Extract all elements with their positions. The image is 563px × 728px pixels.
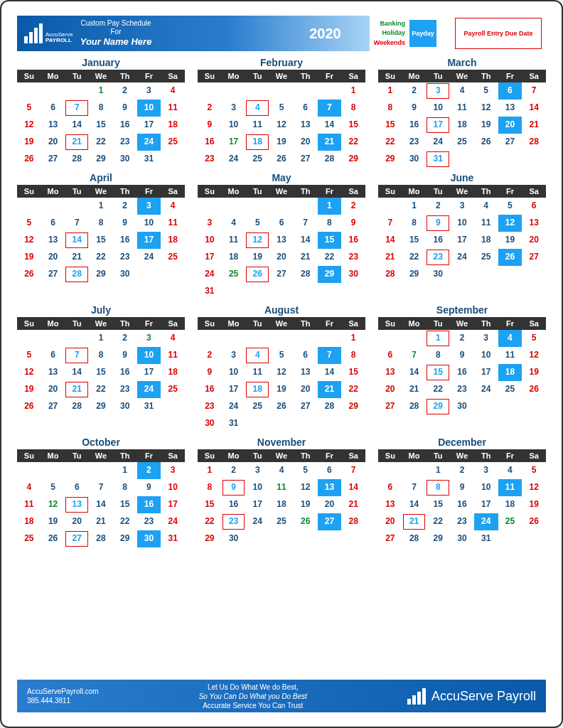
day-cell: 2 [198,347,222,364]
day-cell: 7 [318,100,342,117]
month-body: 1234567891011121314151617181920212223242… [378,198,546,283]
day-cell: 6 [41,215,65,232]
day-cell: 28 [318,151,342,168]
month-title: October [17,437,185,448]
day-cell: 4 [269,462,294,479]
month-body: 1234567891011121314151617181920212223242… [17,82,185,168]
day-cell: 25 [17,530,41,547]
day-cell: 4 [161,198,185,215]
day-cell: 30 [113,398,137,415]
logo-icon: AccuServePAYROLL [24,23,73,43]
month-title: April [17,172,185,183]
day-cell: 6 [41,347,65,364]
day-cell: 20 [498,117,522,134]
day-cell: 18 [17,513,41,530]
day-cell: 5 [17,100,41,117]
month-june: JuneSuMoTuWeThFrSa1234567891011121314151… [378,172,546,300]
day-cell: 2 [137,462,161,479]
day-cell: 10 [137,100,161,117]
day-cell: 16 [198,134,222,151]
day-cell: 11 [498,479,522,496]
month-title: May [198,172,365,183]
day-cell: 14 [341,479,365,496]
day-cell: 5 [294,462,318,479]
day-cell: 3 [198,215,222,232]
day-cell: 22 [89,249,113,266]
day-cell: 28 [318,398,342,415]
day-cell: 19 [522,364,546,381]
day-cell: 23 [137,513,161,530]
legend-holiday: BankingHoliday [374,19,405,38]
day-cell: 3 [137,330,161,347]
day-cell: 14 [402,496,427,513]
day-cell: 11 [161,347,185,364]
day-cell: 26 [17,398,41,415]
day-cell: 24 [426,134,450,151]
day-cell: 7 [522,82,546,100]
month-body: 1234567891011121314151617181920212223242… [378,462,546,547]
day-cell: 22 [198,513,222,530]
day-cell: 12 [522,479,546,496]
day-cell: 9 [450,347,474,364]
day-cell: 7 [402,479,427,496]
day-cell: 31 [161,530,185,547]
day-cell: 29 [426,530,450,547]
day-cell: 21 [402,513,427,530]
day-cell: 28 [378,266,402,283]
day-cell: 30 [450,530,474,547]
day-cell: 12 [269,117,294,134]
day-cell: 25 [269,513,294,530]
day-cell: 5 [474,82,498,100]
day-cell: 9 [137,479,161,496]
day-cell: 17 [222,381,246,398]
month-september: SeptemberSuMoTuWeThFrSa12345678910111213… [378,304,546,432]
day-cell: 5 [522,462,546,479]
month-body: 1234567891011121314151617181920212223242… [198,198,365,300]
day-cell: 15 [198,496,222,513]
day-cell: 3 [450,198,474,215]
day-cell: 7 [65,100,89,117]
day-cell: 6 [378,479,402,496]
day-cell: 23 [450,381,474,398]
day-cell: 20 [41,381,65,398]
day-cell: 13 [294,364,318,381]
day-cell: 26 [498,249,522,266]
day-cell: 11 [245,364,269,381]
day-cell: 9 [402,100,427,117]
day-cell: 17 [137,232,161,249]
day-cell: 20 [378,513,402,530]
month-july: JulySuMoTuWeThFrSa1234567891011121314151… [17,304,185,432]
day-cell: 13 [318,479,342,496]
day-cell: 19 [17,134,41,151]
day-cell: 15 [89,232,113,249]
day-cell: 27 [378,530,402,547]
day-cell: 20 [65,513,89,530]
day-cell: 19 [41,513,65,530]
day-cell: 9 [450,479,474,496]
day-cell: 7 [378,215,402,232]
day-cell: 28 [402,398,427,415]
day-cell: 17 [474,496,498,513]
day-cell: 23 [450,513,474,530]
day-cell: 18 [498,364,522,381]
month-title: December [378,437,546,448]
month-body: 1234567891011121314151617181920212223242… [17,330,185,415]
day-cell: 19 [522,496,546,513]
day-cell: 1 [89,198,113,215]
day-cell: 23 [113,249,137,266]
day-cell: 5 [17,215,41,232]
day-cell: 18 [498,496,522,513]
day-cell: 10 [474,347,498,364]
day-cell: 10 [161,479,185,496]
day-cell: 14 [402,364,427,381]
footer-brand: AccuServe Payroll [407,688,536,705]
day-cell: 15 [402,232,427,249]
day-cell: 31 [137,151,161,168]
day-cell: 1 [426,462,450,479]
day-cell: 1 [426,330,450,347]
day-cell: 6 [522,198,546,215]
day-cell: 10 [245,479,269,496]
day-cell: 18 [450,117,474,134]
day-cell: 13 [378,496,402,513]
weekday-header: SuMoTuWeThFrSa [198,185,365,198]
